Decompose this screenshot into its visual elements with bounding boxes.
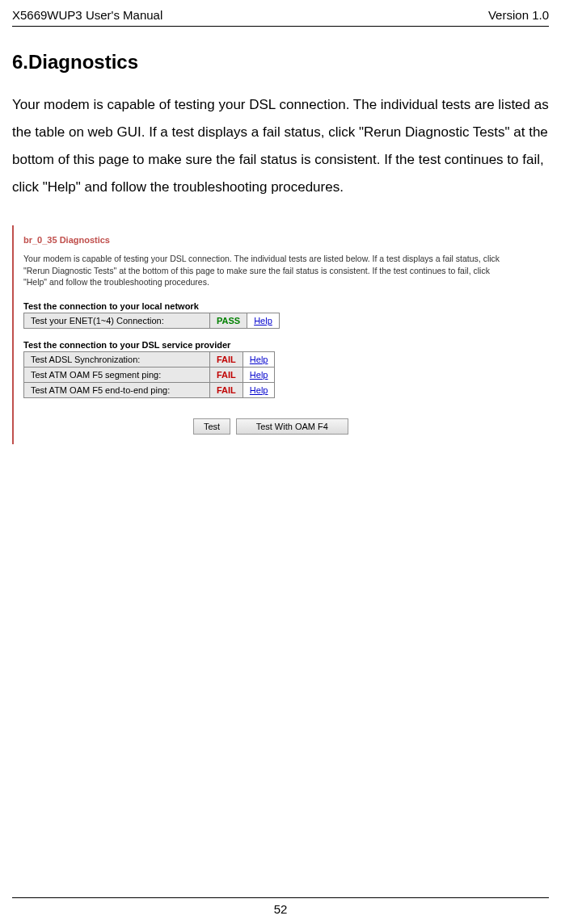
header-right: Version 1.0: [488, 8, 549, 22]
table-row: Test ADSL Synchronization: FAIL Help: [24, 352, 275, 368]
table-row: Test ATM OAM F5 end-to-end ping: FAIL He…: [24, 383, 275, 398]
help-cell: Help: [243, 383, 275, 398]
test-oam-button[interactable]: Test With OAM F4: [236, 418, 348, 435]
test-name: Test ADSL Synchronization:: [24, 352, 210, 368]
help-cell: Help: [247, 313, 280, 329]
header-left: X5669WUP3 User's Manual: [12, 8, 162, 22]
button-row: Test Test With OAM F4: [193, 418, 504, 435]
header-divider: [12, 26, 549, 27]
status-fail: FAIL: [210, 352, 243, 368]
status-fail: FAIL: [210, 368, 243, 383]
test-button[interactable]: Test: [193, 418, 230, 435]
page-number: 52: [274, 902, 288, 916]
body-text: Your modem is capable of testing your DS…: [12, 91, 549, 201]
local-tests-table: Test your ENET(1~4) Connection: PASS Hel…: [23, 313, 280, 329]
test-name: Test ATM OAM F5 end-to-end ping:: [24, 383, 210, 398]
dsl-tests-table: Test ADSL Synchronization: FAIL Help Tes…: [23, 351, 275, 398]
help-link[interactable]: Help: [250, 355, 268, 364]
help-link[interactable]: Help: [254, 316, 272, 326]
test-name: Test your ENET(1~4) Connection:: [24, 313, 210, 329]
status-fail: FAIL: [210, 383, 243, 398]
help-cell: Help: [243, 368, 275, 383]
table-row: Test ATM OAM F5 segment ping: FAIL Help: [24, 368, 275, 383]
table-row: Test your ENET(1~4) Connection: PASS Hel…: [24, 313, 280, 329]
gui-screenshot: br_0_35 Diagnostics Your modem is capabl…: [12, 225, 513, 444]
dsl-subtitle: Test the connection to your DSL service …: [23, 340, 504, 350]
help-link[interactable]: Help: [250, 370, 268, 380]
help-cell: Help: [243, 352, 275, 368]
test-name: Test ATM OAM F5 segment ping:: [24, 368, 210, 383]
help-link[interactable]: Help: [250, 385, 268, 395]
gui-title: br_0_35 Diagnostics: [23, 235, 504, 245]
footer-divider: [12, 897, 549, 898]
gui-description: Your modem is capable of testing your DS…: [23, 253, 504, 288]
local-subtitle: Test the connection to your local networ…: [23, 301, 504, 311]
section-title: 6.Diagnostics: [12, 51, 549, 74]
status-pass: PASS: [210, 313, 247, 329]
